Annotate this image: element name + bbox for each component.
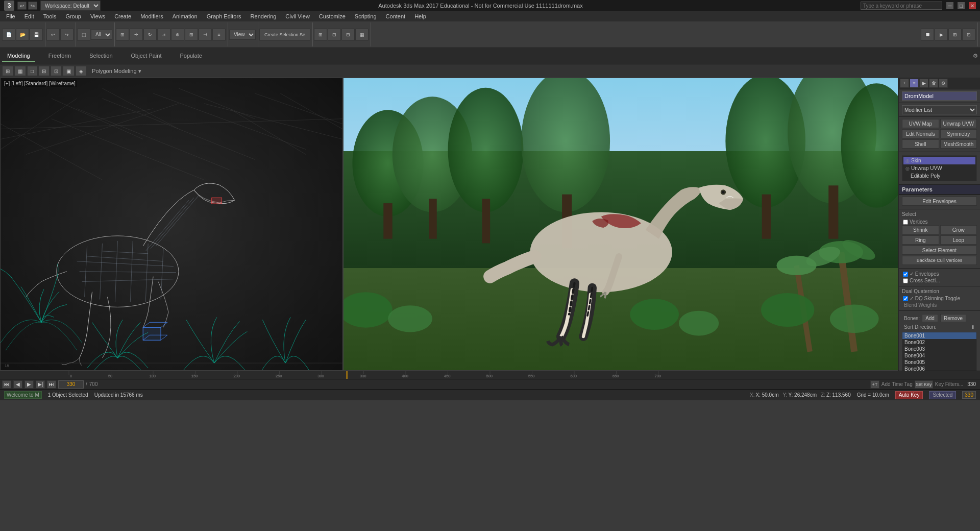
select-filter-btn[interactable]: ⊞: [116, 29, 129, 41]
select-btn[interactable]: ⬚: [77, 29, 90, 41]
layer3-btn[interactable]: ⊟: [341, 29, 355, 41]
panel-tool-delete[interactable]: 🗑: [929, 79, 938, 88]
open-btn[interactable]: 📂: [16, 29, 29, 41]
layer2-btn[interactable]: ⊡: [328, 29, 341, 41]
panel-tool-5[interactable]: ⚙: [939, 79, 948, 88]
place-btn[interactable]: ⊕: [171, 29, 184, 41]
menu-graph-editors[interactable]: Graph Editors: [203, 12, 246, 20]
undo-btn[interactable]: ↩: [17, 2, 27, 10]
maximize-btn[interactable]: □: [958, 2, 965, 9]
unwrap-uvw-btn[interactable]: Unwrap UVW: [940, 119, 977, 128]
menu-create[interactable]: Create: [110, 12, 135, 20]
tab-modeling[interactable]: Modeling: [2, 51, 35, 62]
undo2-btn[interactable]: ↩: [46, 29, 60, 41]
modifier-list-dropdown[interactable]: Modifier List: [902, 105, 977, 114]
bones-remove-btn[interactable]: Remove: [940, 314, 966, 322]
layer4-btn[interactable]: ▦: [355, 29, 369, 41]
stack-item-editable-poly[interactable]: Editable Poly: [903, 172, 975, 180]
timeline-next-btn[interactable]: ▶|: [36, 380, 45, 389]
envelopes-checkbox[interactable]: [903, 272, 908, 277]
panel-tool-list[interactable]: ≡: [910, 79, 919, 88]
backface-cull-btn[interactable]: Backface Cull Vertices: [902, 256, 977, 265]
minimize-btn[interactable]: ─: [946, 2, 953, 9]
move-btn[interactable]: ✛: [130, 29, 143, 41]
model-tool-1[interactable]: ⊞: [2, 66, 13, 76]
stack-item-skin[interactable]: ◎ Skin: [903, 157, 975, 164]
timeline-end-btn[interactable]: ⏭: [47, 380, 56, 389]
edit-normals-btn[interactable]: Edit Normals: [902, 129, 939, 138]
panel-tool-3[interactable]: ▶: [919, 79, 928, 88]
align-btn[interactable]: ≡: [212, 29, 226, 41]
timeline-play-btn[interactable]: ▶: [24, 380, 34, 389]
menu-group[interactable]: Group: [61, 12, 85, 20]
mirror-btn[interactable]: ⊣: [199, 29, 212, 41]
model-tool-6[interactable]: ▣: [63, 66, 75, 76]
bone-item-001[interactable]: Bone001: [902, 332, 976, 339]
bone-item-005[interactable]: Bone005: [902, 359, 976, 366]
bone-item-004[interactable]: Bone004: [902, 352, 976, 359]
shell-btn[interactable]: Shell: [902, 139, 939, 149]
ring-btn[interactable]: Ring: [902, 235, 939, 245]
menu-scripting[interactable]: Scripting: [351, 12, 381, 20]
ref-btn[interactable]: ⊞: [185, 29, 198, 41]
object-name-input[interactable]: [902, 91, 977, 101]
menu-civil-view[interactable]: Civil View: [281, 12, 313, 20]
model-tool-3[interactable]: □: [27, 66, 37, 76]
model-tool-7[interactable]: ◈: [76, 66, 87, 76]
menu-edit[interactable]: Edit: [20, 12, 38, 20]
menu-content[interactable]: Content: [382, 12, 410, 20]
tab-populate[interactable]: Populate: [175, 51, 207, 62]
loop-btn[interactable]: Loop: [940, 235, 977, 245]
cross-sections-checkbox[interactable]: [903, 278, 908, 283]
viewport-right[interactable]: [343, 78, 898, 371]
view-dropdown[interactable]: View: [229, 30, 256, 40]
mesh-smooth-btn[interactable]: MeshSmooth: [940, 139, 977, 149]
tab-freeform[interactable]: Freeform: [43, 51, 77, 62]
model-tool-4[interactable]: ⊟: [38, 66, 50, 76]
dq-toggle-checkbox[interactable]: [903, 296, 908, 301]
auto-key-btn[interactable]: Auto Key: [895, 391, 923, 399]
set-key-btn[interactable]: Set Key: [915, 380, 933, 389]
bones-list[interactable]: Bone001 Bone002 Bone003 Bone004 Bone005 …: [902, 332, 977, 371]
params-scroll[interactable]: Parameters Edit Envelopes Select Vertice…: [899, 185, 980, 371]
redo2-btn[interactable]: ↪: [60, 29, 74, 41]
menu-modifiers[interactable]: Modifiers: [136, 12, 167, 20]
anim-btn[interactable]: ⊡: [962, 29, 975, 41]
tab-selection[interactable]: Selection: [84, 51, 117, 62]
ribbon-options-btn[interactable]: ⚙: [973, 53, 978, 59]
workspace-dropdown[interactable]: Workspace: Default: [40, 1, 101, 11]
redo-btn[interactable]: ↪: [28, 2, 37, 10]
create-selection-btn[interactable]: Create Selection Se: [259, 29, 310, 41]
bones-add-btn[interactable]: Add: [922, 314, 938, 322]
model-tool-2[interactable]: ▦: [14, 66, 26, 76]
uvw-map-btn[interactable]: UVW Map: [902, 119, 939, 128]
menu-animation[interactable]: Animation: [168, 12, 202, 20]
render-btn[interactable]: ▶: [935, 29, 948, 41]
bone-item-006[interactable]: Bone006: [902, 366, 976, 371]
model-tool-5[interactable]: ⊡: [51, 66, 62, 76]
menu-customize[interactable]: Customize: [315, 12, 350, 20]
menu-help[interactable]: Help: [410, 12, 430, 20]
layer1-btn[interactable]: ⊞: [314, 29, 327, 41]
menu-tools[interactable]: Tools: [39, 12, 61, 20]
menu-views[interactable]: Views: [86, 12, 109, 20]
timeline-prev-btn[interactable]: ◀: [13, 380, 22, 389]
close-btn[interactable]: ✕: [969, 2, 976, 9]
polygon-modeling-label[interactable]: Polygon Modeling ▾: [88, 68, 145, 75]
sort-direction-icon[interactable]: ⬆: [971, 324, 975, 330]
rotate-btn[interactable]: ↻: [143, 29, 157, 41]
menu-rendering[interactable]: Rendering: [247, 12, 281, 20]
timeline-start-btn[interactable]: ⏮: [2, 380, 11, 389]
symmetry-btn[interactable]: Symmetry: [940, 129, 977, 138]
edit-envelopes-btn[interactable]: Edit Envelopes: [902, 197, 977, 206]
tab-object-paint[interactable]: Object Paint: [126, 51, 167, 62]
add-time-tag-btn[interactable]: +T: [870, 380, 879, 389]
bone-item-003[interactable]: Bone003: [902, 346, 976, 352]
grow-btn[interactable]: Grow: [940, 225, 977, 234]
stack-item-unwrap[interactable]: ◎ Unwrap UVW: [903, 164, 975, 172]
filter-dropdown[interactable]: All: [91, 30, 112, 40]
frame-input[interactable]: [58, 380, 84, 389]
render-frame-btn[interactable]: ⊞: [948, 29, 962, 41]
save-btn[interactable]: 💾: [30, 29, 43, 41]
menu-file[interactable]: File: [2, 12, 19, 20]
